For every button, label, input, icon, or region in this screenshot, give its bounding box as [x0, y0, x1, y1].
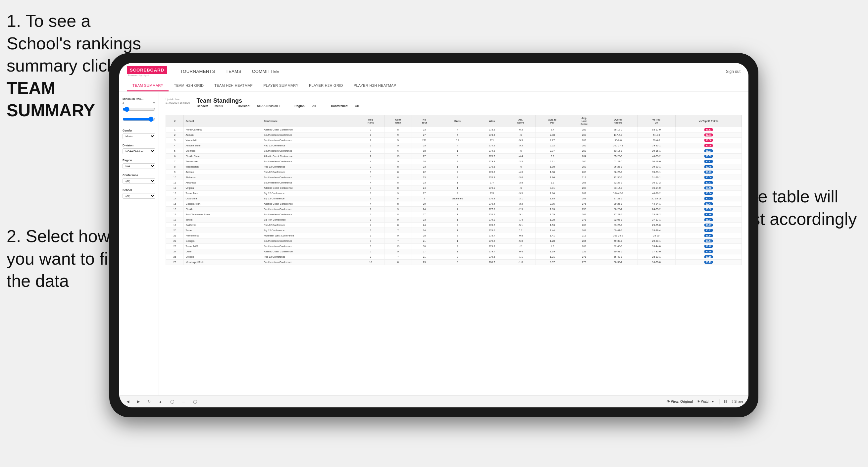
- cell-conf-rank: 10: [384, 154, 412, 159]
- sidebar: Minimum Rou... 4 30 Gender Men's Divisio…: [119, 92, 159, 396]
- cell-overall: 80-25-2: [599, 207, 638, 212]
- cell-wins: 279.5: [478, 254, 506, 260]
- toolbar-bookmark[interactable]: ◯: [168, 399, 176, 404]
- nav-committee[interactable]: COMMITTEE: [252, 69, 280, 74]
- cell-no-tour: 27: [412, 191, 437, 196]
- cell-rnds: undefined: [437, 196, 478, 201]
- cell-conference: Big Ten Conference: [262, 217, 357, 223]
- cell-score: 80.23: [676, 169, 742, 175]
- cell-conf-rank: 8: [384, 164, 412, 169]
- cell-vs25: 31-29-1: [637, 175, 676, 180]
- cell-school: Georgia: [184, 239, 262, 244]
- cell-rnds: 2: [437, 169, 478, 175]
- tab-team-summary[interactable]: TEAM SUMMARY: [127, 80, 168, 91]
- cell-conf-rank: 8: [384, 175, 412, 180]
- toolbar-forward[interactable]: ▶: [135, 399, 142, 404]
- cell-rnds: 2: [437, 201, 478, 207]
- cell-avg-low: 270: [569, 260, 599, 265]
- cell-adj-score: -5.3: [506, 138, 535, 143]
- watch-button[interactable]: 👁 Watch ▼: [697, 400, 714, 403]
- cell-rank: 22: [166, 239, 184, 244]
- toolbar-share-2[interactable]: ▲: [157, 399, 164, 404]
- cell-no-tour: 24: [412, 223, 437, 228]
- cell-wins: 277.5: [478, 207, 506, 212]
- sidebar-gender: Gender Men's: [123, 129, 155, 139]
- toolbar-reload[interactable]: ↻: [146, 399, 153, 404]
- cell-conf-rank: 8: [384, 223, 412, 228]
- cell-overall: 63-15-1: [599, 148, 638, 154]
- cell-score: 89.11: [676, 127, 742, 132]
- cell-no-tour: 28: [412, 233, 437, 239]
- cell-avg-par: 2.11: [535, 159, 569, 164]
- cell-avg-par: 2.2: [535, 154, 569, 159]
- cell-avg-par: 1.63: [535, 207, 569, 212]
- nav-teams[interactable]: TEAMS: [226, 69, 241, 74]
- cell-overall: 100-27-1: [599, 143, 638, 148]
- school-select[interactable]: (All): [123, 193, 155, 199]
- cell-rank: 23: [166, 244, 184, 249]
- cell-no-tour: 29: [412, 201, 437, 207]
- tab-player-h2h-heatmap[interactable]: PLAYER H2H HEATMAP: [348, 80, 401, 91]
- cell-score: 86.58: [676, 138, 742, 143]
- share-button[interactable]: ⇧ Share: [731, 400, 743, 403]
- cell-score: 80.47: [676, 196, 742, 201]
- cell-rnds: 4: [437, 207, 478, 212]
- nav-tournaments[interactable]: TOURNAMENTS: [180, 69, 215, 74]
- conference-select[interactable]: (All): [123, 178, 155, 184]
- view-original[interactable]: 👁 View: Original: [666, 400, 693, 403]
- cell-rank: 4: [166, 143, 184, 148]
- cell-score: 85.16: [676, 212, 742, 217]
- col-school: School: [184, 115, 262, 127]
- cell-avg-low: 269: [569, 244, 599, 249]
- toolbar-clock[interactable]: ◯: [191, 399, 199, 404]
- cell-avg-low: 269: [569, 228, 599, 233]
- tab-team-h2h-heatmap[interactable]: TEAM H2H HEATMAP: [209, 80, 258, 91]
- toolbar-more[interactable]: ···: [180, 399, 187, 404]
- cell-wins: 279.9: [478, 159, 506, 164]
- cell-adj-score: -6: [506, 132, 535, 138]
- sidebar-school: School (All): [123, 188, 155, 199]
- table-row: 23 Texas A&M Southeastern Conference 9 1…: [166, 244, 742, 249]
- cell-rank: 20: [166, 228, 184, 233]
- cell-overall: 60-39-2: [599, 260, 638, 265]
- cell-avg-par: 1.21: [535, 254, 569, 260]
- cell-vs25: 39-23-1: [637, 169, 676, 175]
- minimum-rank-label: Minimum Rou...: [123, 97, 155, 101]
- tab-player-summary[interactable]: PLAYER SUMMARY: [258, 80, 304, 91]
- cell-rank: 17: [166, 212, 184, 217]
- region-select[interactable]: N/A: [123, 163, 155, 169]
- tab-player-h2h-grid[interactable]: PLAYER H2H GRID: [304, 80, 348, 91]
- minimum-rank-slider[interactable]: [123, 106, 155, 113]
- sign-out[interactable]: Sign out: [726, 69, 741, 74]
- cell-reg-rank: 1: [357, 191, 384, 196]
- cell-school: Duke: [184, 249, 262, 254]
- minimum-rank-slider-2[interactable]: [123, 116, 155, 123]
- cell-conference: Southeastern Conference: [262, 207, 357, 212]
- cell-wins: 279.7: [478, 249, 506, 254]
- cell-wins: 280.7: [478, 260, 506, 265]
- cell-no-tour: 23: [412, 164, 437, 169]
- cell-adj-score: -3.5: [506, 159, 535, 164]
- cell-overall: 90-51-2: [599, 249, 638, 254]
- table-row: 16 Florida Southeastern Conference 7 9 2…: [166, 207, 742, 212]
- cell-rnds: 2: [437, 191, 478, 196]
- cell-vs25: 54-4-0: [637, 132, 676, 138]
- toolbar-back[interactable]: ◀: [125, 399, 131, 404]
- cell-conference: Southeastern Conference: [262, 132, 357, 138]
- cell-no-tour: 30: [412, 244, 437, 249]
- cell-rank: 12: [166, 185, 184, 191]
- cell-score: 88.13: [676, 260, 742, 265]
- cell-no-tour: 23: [412, 127, 437, 132]
- cell-rank: 3: [166, 138, 184, 143]
- division-select[interactable]: NCAA Division I: [123, 148, 155, 154]
- cell-rank: 19: [166, 223, 184, 228]
- cell-school: Vanderbilt: [184, 138, 262, 143]
- tab-team-h2h-grid[interactable]: TEAM H2H GRID: [168, 80, 209, 91]
- cell-score: 88.42: [676, 244, 742, 249]
- toolbar-grid[interactable]: ☷: [724, 400, 727, 403]
- cell-rnds: 4: [437, 127, 478, 132]
- sidebar-division: Division NCAA Division I: [123, 144, 155, 154]
- cell-avg-low: 260: [569, 223, 599, 228]
- gender-select[interactable]: Men's: [123, 133, 155, 139]
- table-row: 2 Auburn Southeastern Conference 1 9 27 …: [166, 132, 742, 138]
